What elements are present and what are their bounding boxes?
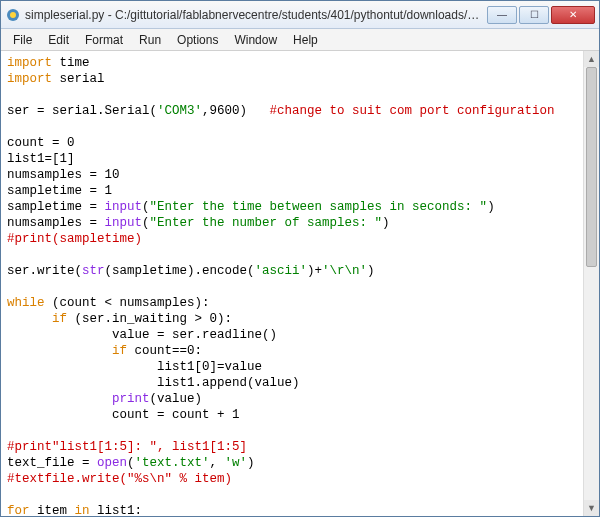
python-idle-icon (5, 7, 21, 23)
code-token: )+ (307, 264, 322, 278)
code-token: ) (247, 456, 255, 470)
code-token: item (30, 504, 75, 516)
code-token: #print(sampletime) (7, 232, 142, 246)
code-token: while (7, 296, 45, 310)
code-token: '\r\n' (322, 264, 367, 278)
code-token: "Enter the time between samples in secon… (150, 200, 488, 214)
code-token: numsamples = 10 (7, 168, 120, 182)
menu-help[interactable]: Help (285, 31, 326, 49)
code-token: "Enter the number of samples: " (150, 216, 383, 230)
code-token: open (97, 456, 127, 470)
code-token: ) (367, 264, 375, 278)
code-token: (value) (150, 392, 203, 406)
code-token: serial (52, 72, 105, 86)
menu-file[interactable]: File (5, 31, 40, 49)
code-token: 'COM3' (157, 104, 202, 118)
code-token: count = count + 1 (7, 408, 240, 422)
code-token: ( (127, 456, 135, 470)
code-token: text_file = (7, 456, 97, 470)
code-token: ,9600) (202, 104, 270, 118)
code-token: import (7, 72, 52, 86)
code-token: for (7, 504, 30, 516)
menubar: File Edit Format Run Options Window Help (1, 29, 599, 51)
menu-edit[interactable]: Edit (40, 31, 77, 49)
code-token: list1.append(value) (7, 376, 300, 390)
maximize-button[interactable]: ☐ (519, 6, 549, 24)
code-token: if (52, 312, 67, 326)
code-token: sampletime = (7, 200, 105, 214)
menu-format[interactable]: Format (77, 31, 131, 49)
code-token: print (112, 392, 150, 406)
code-token: 'text.txt' (135, 456, 210, 470)
code-token: value = ser.readline() (7, 328, 277, 342)
code-token (7, 344, 112, 358)
scroll-down-arrow-icon[interactable]: ▼ (584, 500, 599, 516)
titlebar[interactable]: simpleserial.py - C:/gittutorial/fablabn… (1, 1, 599, 29)
code-token: numsamples = (7, 216, 105, 230)
code-token: ser.write( (7, 264, 82, 278)
code-token: , (210, 456, 225, 470)
code-token: list1=[1] (7, 152, 75, 166)
code-token: time (52, 56, 90, 70)
code-token: list1[0]=value (7, 360, 262, 374)
code-token: ) (487, 200, 495, 214)
code-token: in (75, 504, 90, 516)
code-token: count==0: (127, 344, 202, 358)
code-token: 'ascii' (255, 264, 308, 278)
code-token: if (112, 344, 127, 358)
scroll-up-arrow-icon[interactable]: ▲ (584, 51, 599, 67)
code-token: ) (382, 216, 390, 230)
scroll-thumb[interactable] (586, 67, 597, 267)
code-token: input (105, 216, 143, 230)
minimize-button[interactable]: — (487, 6, 517, 24)
code-token (7, 392, 112, 406)
code-token: list1: (90, 504, 143, 516)
window-title: simpleserial.py - C:/gittutorial/fablabn… (25, 8, 485, 22)
code-token: import (7, 56, 52, 70)
code-token: str (82, 264, 105, 278)
svg-point-1 (10, 12, 16, 18)
code-editor[interactable]: import time import serial ser = serial.S… (1, 51, 583, 516)
menu-options[interactable]: Options (169, 31, 226, 49)
code-token: (sampletime).encode( (105, 264, 255, 278)
code-token: #print"list1[1:5]: ", list1[1:5] (7, 440, 247, 454)
code-token: #change to suit com port configuration (270, 104, 555, 118)
close-button[interactable]: ✕ (551, 6, 595, 24)
code-token: input (105, 200, 143, 214)
code-token: ser = serial.Serial( (7, 104, 157, 118)
code-token (7, 312, 52, 326)
code-token: 'w' (225, 456, 248, 470)
code-token: sampletime = 1 (7, 184, 112, 198)
idle-window: simpleserial.py - C:/gittutorial/fablabn… (0, 0, 600, 517)
menu-window[interactable]: Window (226, 31, 285, 49)
code-token: (count < numsamples): (45, 296, 210, 310)
code-token: #textfile.write("%s\n" % item) (7, 472, 232, 486)
menu-run[interactable]: Run (131, 31, 169, 49)
code-token: ( (142, 200, 150, 214)
code-token: ( (142, 216, 150, 230)
code-token: count = 0 (7, 136, 75, 150)
vertical-scrollbar[interactable]: ▲ ▼ (583, 51, 599, 516)
code-token: (ser.in_waiting > 0): (67, 312, 232, 326)
editor-wrap: import time import serial ser = serial.S… (1, 51, 599, 516)
window-controls: — ☐ ✕ (485, 6, 595, 24)
